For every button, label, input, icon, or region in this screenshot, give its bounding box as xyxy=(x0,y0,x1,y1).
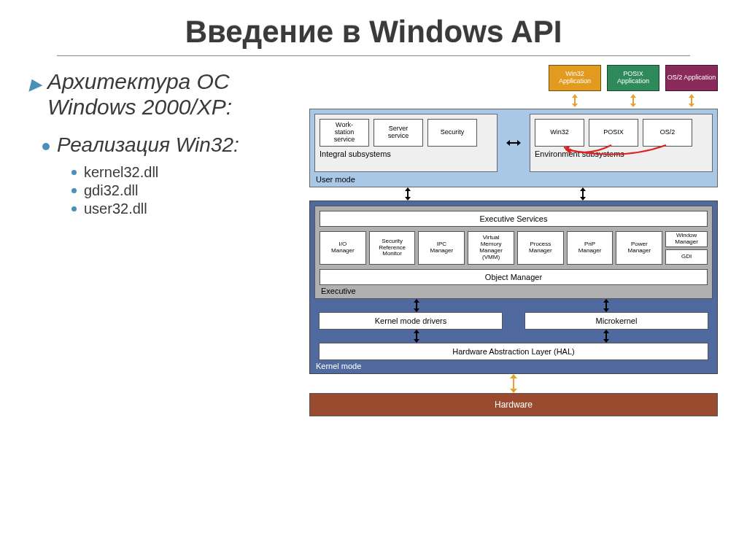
svg-marker-18 xyxy=(580,187,586,191)
executive-label: Executive xyxy=(321,287,356,295)
executive-services-box: Executive Services xyxy=(320,211,708,227)
bullet-level3-text: user32.dll xyxy=(84,201,147,217)
object-manager-box: Object Manager xyxy=(320,269,708,285)
box-label: Work-stationservice xyxy=(334,122,355,144)
box-label: PowerManager xyxy=(628,241,651,254)
app-posix-label: POSIX Application xyxy=(608,71,659,85)
double-arrow-icon xyxy=(570,94,579,107)
bullet-level1: ▶ Архитектура ОС Windows 2000/XP: xyxy=(29,69,298,120)
pnp-manager-box: PnPManager xyxy=(567,231,614,265)
box-label: GDI xyxy=(681,254,692,260)
box-label: IPCManager xyxy=(430,241,454,254)
box-label: WindowManager xyxy=(675,233,698,246)
box-label: Serverservice xyxy=(388,125,409,140)
os2-subsystem-box: OS/2 xyxy=(643,119,692,147)
microkernel-box: Microkernel xyxy=(525,312,708,330)
io-manager-box: I/OManager xyxy=(320,231,366,265)
ipc-manager-box: IPCManager xyxy=(418,231,465,265)
svg-marker-11 xyxy=(517,140,521,146)
user-mode-label: User mode xyxy=(316,175,355,184)
subsystems-row: Work-stationservice Serverservice Securi… xyxy=(314,114,713,172)
kernel-drivers-box: Kernel mode drivers xyxy=(319,312,503,330)
security-box: Security xyxy=(427,119,477,147)
environment-subsystems-panel: Win32 POSIX OS/2 Environment xyxy=(530,114,713,172)
hal-box: Hardware Abstraction Layer (HAL) xyxy=(319,343,708,360)
double-arrow-icon xyxy=(687,94,696,107)
app-win32: Win32 Application xyxy=(549,65,601,91)
exec-drivers-connector-icon xyxy=(314,299,713,312)
box-label: PnPManager xyxy=(578,241,602,254)
circle-bullet-icon xyxy=(71,170,77,175)
bullet-level3: user32.dll xyxy=(71,201,298,217)
box-label: Security xyxy=(441,129,465,136)
svg-marker-7 xyxy=(689,94,694,98)
svg-marker-5 xyxy=(630,104,636,107)
svg-marker-4 xyxy=(630,94,636,98)
box-label: POSIX xyxy=(603,129,624,136)
applications-row: Win32 Application POSIX Application OS/2… xyxy=(309,65,718,91)
server-service-box: Serverservice xyxy=(374,119,423,147)
window-gdi-stack: WindowManager GDI xyxy=(665,231,708,265)
hardware-box: Hardware xyxy=(309,393,718,416)
vmm-box: VirtualMemoryManager(VMM) xyxy=(468,231,514,265)
horiz-connector xyxy=(506,114,521,172)
svg-marker-8 xyxy=(689,104,694,107)
svg-marker-2 xyxy=(572,104,578,107)
triangle-bullet-icon: ▶ xyxy=(29,69,42,93)
power-manager-box: PowerManager xyxy=(616,231,662,265)
integral-boxes: Work-stationservice Serverservice Securi… xyxy=(320,119,492,147)
security-ref-monitor-box: SecurityReferenceMonitor xyxy=(369,231,416,265)
bullet-level3-text: kernel32.dll xyxy=(84,164,158,181)
drivers-hal-connector-icon xyxy=(314,330,713,343)
slide-title: Введение в Windows API xyxy=(29,15,718,50)
executive-panel: Executive Services I/OManager SecurityRe… xyxy=(314,206,713,299)
app-os2-label: OS/2 Application xyxy=(667,74,716,82)
content-area: ▶ Архитектура ОС Windows 2000/XP: Реализ… xyxy=(29,65,718,538)
app-arrow-row xyxy=(309,94,718,107)
right-panel: Win32 Application POSIX Application OS/2… xyxy=(305,65,718,538)
double-arrow-icon xyxy=(629,94,638,107)
box-label: Win32 xyxy=(550,129,569,136)
svg-marker-1 xyxy=(572,94,578,98)
app-posix: POSIX Application xyxy=(607,65,659,91)
box-label: VirtualMemoryManager(VMM) xyxy=(479,235,503,260)
circle-bullet-icon xyxy=(71,188,77,193)
box-label: SecurityReferenceMonitor xyxy=(379,238,406,257)
managers-row: I/OManager SecurityReferenceMonitor IPCM… xyxy=(320,231,708,265)
title-divider xyxy=(57,55,690,56)
left-panel: ▶ Архитектура ОС Windows 2000/XP: Реализ… xyxy=(29,65,305,538)
bullet-level2-text: Реализация Win32: xyxy=(57,134,239,157)
environment-boxes: Win32 POSIX OS/2 xyxy=(535,119,708,147)
process-manager-box: ProcessManager xyxy=(517,231,564,265)
kernel-mode-panel: Executive Services I/OManager SecurityRe… xyxy=(309,201,718,374)
mode-connector-icon xyxy=(309,187,718,201)
architecture-diagram: Win32 Application POSIX Application OS/2… xyxy=(309,65,718,416)
app-win32-label: Win32 Application xyxy=(549,71,600,85)
environment-label: Environment subsystems xyxy=(535,149,708,158)
svg-marker-27 xyxy=(414,330,419,333)
slide: Введение в Windows API ▶ Архитектура ОС … xyxy=(0,0,747,560)
svg-marker-30 xyxy=(603,330,609,333)
circle-bullet-icon xyxy=(71,206,77,211)
circle-bullet-icon xyxy=(42,143,50,150)
gdi-box: GDI xyxy=(665,249,708,265)
app-os2: OS/2 Application xyxy=(665,65,718,91)
posix-subsystem-box: POSIX xyxy=(589,119,638,147)
bullet-level3: gdi32.dll xyxy=(71,182,298,199)
kernel-mode-label: Kernel mode xyxy=(316,362,361,370)
win32-subsystem-box: Win32 xyxy=(535,119,584,147)
box-label: OS/2 xyxy=(660,129,676,136)
bullet-level3: kernel32.dll xyxy=(71,164,298,181)
integral-subsystems-panel: Work-stationservice Serverservice Securi… xyxy=(314,114,498,172)
box-label: ProcessManager xyxy=(529,241,552,254)
bullet-level2: Реализация Win32: xyxy=(42,134,298,157)
hal-hardware-connector-icon xyxy=(309,374,718,393)
svg-marker-10 xyxy=(506,140,510,146)
svg-marker-24 xyxy=(603,299,609,303)
double-arrow-icon xyxy=(506,139,521,147)
bullet-level3-text: gdi32.dll xyxy=(84,182,139,199)
svg-marker-21 xyxy=(414,299,419,303)
drivers-row: Kernel mode drivers Microkernel xyxy=(319,312,708,330)
box-label: I/OManager xyxy=(331,241,355,254)
svg-marker-15 xyxy=(405,187,411,191)
